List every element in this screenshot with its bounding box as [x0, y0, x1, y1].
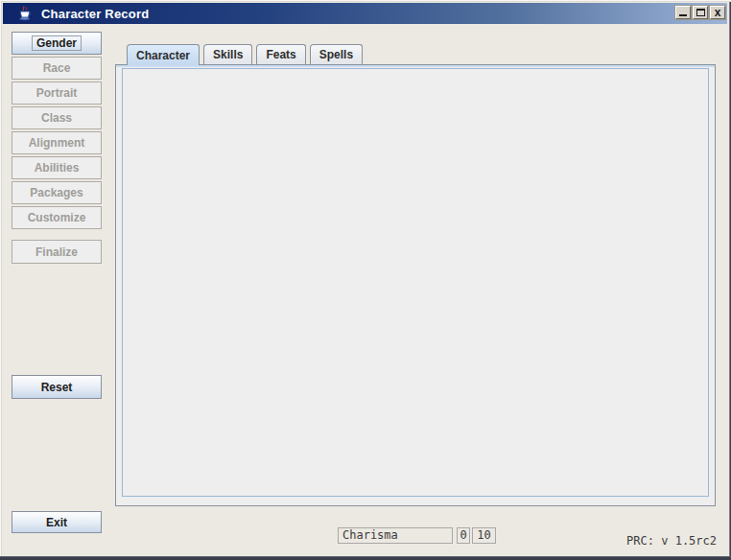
ability-name-field: Charisma: [338, 527, 453, 544]
portrait-button-label: Portrait: [36, 86, 78, 100]
finalize-button: Finalize: [12, 240, 102, 264]
exit-button[interactable]: Exit: [12, 511, 102, 533]
character-record-window: Character Record x Gender Race Portrait …: [0, 0, 731, 560]
packages-button-label: Packages: [30, 186, 83, 199]
maximize-icon: [696, 9, 705, 16]
minimize-icon: [679, 14, 687, 16]
alignment-button-label: Alignment: [29, 136, 85, 150]
finalize-button-label: Finalize: [35, 245, 78, 259]
tab-spells[interactable]: Spells: [310, 44, 363, 64]
tab-character-label: Character: [136, 49, 190, 62]
alignment-button: Alignment: [12, 131, 102, 154]
window-title: Character Record: [41, 7, 149, 21]
prc-version-label: PRC: v 1.5rc2: [626, 534, 717, 548]
portrait-button: Portrait: [12, 82, 102, 105]
tab-skills[interactable]: Skills: [203, 44, 252, 64]
customize-button: Customize: [12, 206, 102, 229]
close-button[interactable]: x: [710, 6, 725, 19]
class-button-label: Class: [41, 111, 72, 125]
character-tab-panel: [115, 64, 716, 506]
gender-button-label: Gender: [32, 35, 82, 51]
reset-button-label: Reset: [41, 381, 73, 394]
close-icon: x: [715, 8, 721, 17]
tab-bar: Character Skills Feats Spells: [127, 44, 363, 64]
tab-skills-label: Skills: [213, 48, 243, 61]
tab-feats[interactable]: Feats: [256, 44, 305, 64]
reset-button[interactable]: Reset: [12, 375, 102, 399]
ability-score-field[interactable]: 10: [472, 527, 496, 544]
tab-spells-label: Spells: [319, 48, 353, 61]
title-bar[interactable]: Character Record x: [3, 3, 727, 24]
packages-button: Packages: [12, 181, 102, 204]
exit-button-label: Exit: [46, 516, 67, 529]
window-bottom-edge: [0, 556, 731, 560]
customize-button-label: Customize: [28, 211, 86, 224]
abilities-button: Abilities: [12, 156, 102, 179]
ability-modifier-field[interactable]: 0: [457, 527, 470, 544]
ability-row-charisma: Charisma 0 10: [338, 527, 496, 544]
class-button: Class: [12, 106, 102, 129]
abilities-button-label: Abilities: [35, 161, 80, 175]
gender-button[interactable]: Gender: [12, 32, 102, 55]
minimize-button[interactable]: [675, 6, 691, 19]
race-button-label: Race: [43, 61, 71, 75]
maximize-button[interactable]: [693, 6, 708, 19]
character-summary-panel: [122, 68, 709, 497]
tab-feats-label: Feats: [266, 48, 295, 61]
tab-character[interactable]: Character: [127, 44, 200, 65]
java-app-icon: [17, 6, 33, 21]
race-button: Race: [12, 57, 102, 80]
